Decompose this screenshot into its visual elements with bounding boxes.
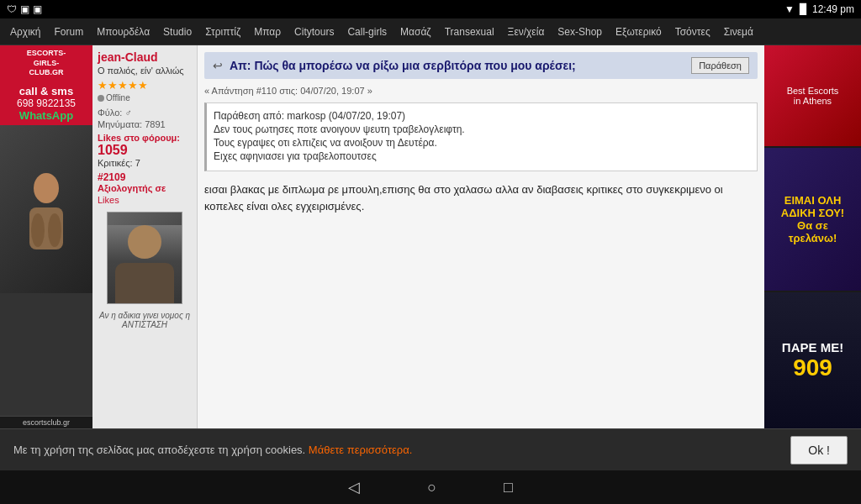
main-layout: ESCORTS- GIRLS- CLUB.GR call & sms 698 9… <box>0 45 861 428</box>
sidebar-link[interactable]: escortsclub.gr <box>0 416 92 428</box>
main-content: ↩ Απ: Πώς θα μπορέσω να ρίξω μια σερβιτό… <box>198 45 764 428</box>
likes-count: 1059 <box>98 143 192 158</box>
nav-tsontes[interactable]: Τσόντες <box>668 23 717 41</box>
ok-button[interactable]: Ok ! <box>790 436 848 465</box>
parathesei-button[interactable]: Παράθεση <box>691 57 749 74</box>
recents-button[interactable]: □ <box>504 479 513 496</box>
cookie-link[interactable]: Μάθετε περισσότερα. <box>309 444 413 456</box>
status-right: ▼ ▉ 12:49 pm <box>784 3 854 15</box>
post-meta: « Απάντηση #110 στις: 04/07/20, 19:07 » <box>204 86 758 96</box>
ad2-line1: ΕΙΜΑΙ ΟΛΗ <box>784 194 842 207</box>
logo-area[interactable]: ESCORTS- GIRLS- CLUB.GR <box>0 45 92 81</box>
nav-transexual[interactable]: Transexual <box>438 23 501 41</box>
reply-icon: ↩ <box>213 59 223 72</box>
logo-line2: GIRLS- <box>2 59 91 69</box>
nav-sexshop[interactable]: Sex-Shop <box>551 23 609 41</box>
offline-text: Offline <box>106 93 130 102</box>
time-display: 12:49 pm <box>812 3 854 15</box>
status-bar: 🛡 ▣ ▣ ▼ ▉ 12:49 pm <box>0 0 861 18</box>
logo-line1: ESCORTS- <box>2 49 91 59</box>
quote-line2: Τους εγραψες οτι ελπιζεις να ανοιξουν τη… <box>214 137 750 149</box>
ad2-line4: τρελάνω! <box>789 232 837 244</box>
rank-id: #2109 <box>98 171 192 183</box>
ad-escort-promo[interactable]: ΕΙΜΑΙ ΟΛΗ ΑΔΙΚΗ ΣΟΥ! Θα σε τρελάνω! <box>764 148 861 291</box>
ad-pare-me[interactable]: ΠΑΡΕ ΜΕ! 909 <box>764 292 861 428</box>
quote-line1: Δεν τους ρωτησες ποτε ανοιγουν ψευτη τρα… <box>214 123 750 135</box>
rank-sub: Likes <box>98 195 192 205</box>
cookie-bar: Με τη χρήση της σελίδας μας αποδέχεστε τ… <box>0 428 861 470</box>
nav-forum[interactable]: Forum <box>47 23 90 41</box>
user-description: Ο παλιός, είν' αλλιώς <box>98 66 192 76</box>
cookie-text: Με τη χρήση της σελίδας μας αποδέχεστε τ… <box>13 444 412 456</box>
top-nav: Αρχική Forum Μπουρδέλα Studio Στριπτίζ Μ… <box>0 18 861 45</box>
nav-archiki[interactable]: Αρχική <box>3 23 47 41</box>
contact-box: call & sms 698 9822135 WhatsApp <box>0 81 92 125</box>
user-gender: Φύλο: ♂ <box>98 108 192 118</box>
user-panel: jean-Claud Ο παλιός, είν' αλλιώς ★★★★★ O… <box>92 45 198 428</box>
quoted-text: Παράθεση από: markosp (04/07/20, 19:07) … <box>204 102 758 171</box>
android-nav: ◁ ○ □ <box>0 470 861 504</box>
left-sidebar: ESCORTS- GIRLS- CLUB.GR call & sms 698 9… <box>0 45 92 428</box>
escort-photo <box>0 125 92 293</box>
post-title: Απ: Πώς θα μπορέσω να ρίξω μια σερβιτόρα… <box>230 59 684 72</box>
status-left: 🛡 ▣ ▣ <box>7 3 42 15</box>
phone-number: 698 9822135 <box>3 97 89 109</box>
nav-mpourdela[interactable]: Μπουρδέλα <box>90 23 156 41</box>
offline-badge: Offline <box>98 93 192 102</box>
user-stars: ★★★★★ <box>98 79 192 92</box>
svg-point-3 <box>48 213 61 247</box>
svg-point-2 <box>31 213 45 247</box>
quote-author: Παράθεση από: markosp (04/07/20, 19:07) <box>214 110 750 122</box>
photo-icon: ▣ <box>20 3 29 15</box>
ad2-line2: ΑΔΙΚΗ ΣΟΥ! <box>781 207 844 219</box>
nav-exoteriko[interactable]: Εξωτερικό <box>609 23 668 41</box>
nav-mpar[interactable]: Μπαρ <box>247 23 288 41</box>
ad1-line2: in Athens <box>794 96 832 106</box>
photo2-icon: ▣ <box>33 3 42 15</box>
nav-striptiz[interactable]: Στριπτίζ <box>198 23 247 41</box>
user-messages: Μηνύματα: 7891 <box>98 119 192 129</box>
ad-best-escorts[interactable]: Best Escorts in Athens <box>764 45 861 146</box>
battery-icon: ▉ <box>800 3 807 15</box>
quote-line3: Ειχες αφηνιασει για τραβελοπουτσες <box>214 150 750 162</box>
user-name: jean-Claud <box>98 50 192 64</box>
ad3-line1: ΠΑΡΕ ΜΕ! <box>782 340 843 354</box>
offline-dot <box>98 95 104 102</box>
right-sidebar: Best Escorts in Athens ΕΙΜΑΙ ΟΛΗ ΑΔΙΚΗ Σ… <box>764 45 861 428</box>
kritikes: Κριτικές: 7 <box>98 158 192 168</box>
post-body: εισαι βλακας με διπλωμα ρε μπουλη,επισης… <box>204 181 758 214</box>
home-button[interactable]: ○ <box>427 479 436 496</box>
svg-point-0 <box>34 173 59 203</box>
nav-sinema[interactable]: Σινεμά <box>717 23 760 41</box>
ad1-line1: Best Escorts <box>787 86 839 96</box>
ad3-line2: 909 <box>793 354 832 381</box>
whatsapp-label[interactable]: WhatsApp <box>3 109 89 122</box>
wifi-icon: ▼ <box>784 3 795 15</box>
rank-title: Αξιολογητής σε <box>98 183 192 193</box>
shield-icon: 🛡 <box>7 3 17 15</box>
post-header: ↩ Απ: Πώς θα μπορέσω να ρίξω μια σερβιτό… <box>204 52 758 79</box>
logo-line3: CLUB.GR <box>2 68 91 78</box>
call-sms-label: call & sms <box>3 85 89 97</box>
back-button[interactable]: ◁ <box>348 478 360 496</box>
nav-xenxeia[interactable]: Ξεν/χεία <box>501 23 552 41</box>
nav-citytours[interactable]: Citytours <box>288 23 341 41</box>
sidebar-image <box>0 125 92 416</box>
user-caption: Αν η αδικια γινει νομος η ΑΝΤΙΣΤΑΣΗ <box>98 311 192 329</box>
nav-masaz[interactable]: Μασάζ <box>394 23 438 41</box>
nav-callgirls[interactable]: Call-girls <box>341 23 394 41</box>
nav-studio[interactable]: Studio <box>156 23 198 41</box>
likes-label: Likes στο φόρουμ: <box>98 133 192 143</box>
ad2-line3: Θα σε <box>797 219 828 232</box>
user-avatar <box>107 212 182 304</box>
